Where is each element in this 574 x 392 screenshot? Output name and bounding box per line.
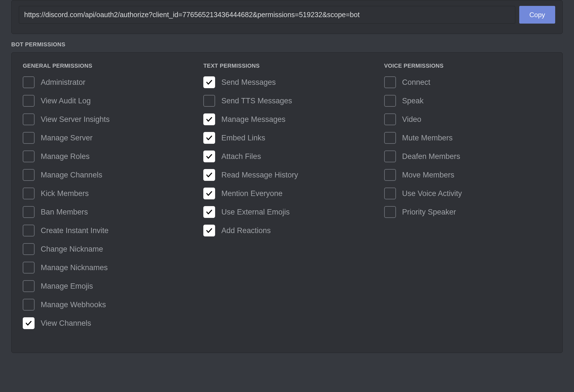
permission-mute-members[interactable]: Mute Members [384, 132, 551, 144]
checkbox-checked-icon[interactable] [203, 188, 215, 199]
checkbox-unchecked-icon[interactable] [23, 243, 35, 255]
checkbox-unchecked-icon[interactable] [23, 206, 35, 218]
permission-label: Move Members [402, 171, 454, 179]
permission-manage-messages[interactable]: Manage Messages [203, 113, 370, 125]
checkbox-unchecked-icon[interactable] [384, 132, 396, 144]
checkbox-unchecked-icon[interactable] [23, 95, 35, 107]
permission-label: Manage Server [41, 134, 93, 142]
permission-attach-files[interactable]: Attach Files [203, 151, 370, 162]
permission-change-nickname[interactable]: Change Nickname [23, 243, 190, 255]
permission-label: Change Nickname [41, 245, 103, 253]
checkbox-unchecked-icon[interactable] [23, 225, 35, 236]
checkbox-unchecked-icon[interactable] [384, 151, 396, 162]
permission-administrator[interactable]: Administrator [23, 76, 190, 88]
permission-label: Deafen Members [402, 153, 460, 160]
checkbox-checked-icon[interactable] [203, 113, 215, 125]
bot-permissions-heading: BOT PERMISSIONS [11, 41, 563, 48]
permission-label: Mute Members [402, 134, 453, 142]
checkbox-checked-icon[interactable] [203, 132, 215, 144]
checkbox-checked-icon[interactable] [203, 206, 215, 218]
checkbox-unchecked-icon[interactable] [384, 95, 396, 107]
permission-manage-server[interactable]: Manage Server [23, 132, 190, 144]
permission-label: Manage Emojis [41, 282, 93, 290]
permission-label: View Audit Log [41, 97, 91, 105]
permission-manage-channels[interactable]: Manage Channels [23, 169, 190, 181]
checkbox-unchecked-icon[interactable] [203, 95, 215, 107]
permission-use-external-emojis[interactable]: Use External Emojis [203, 206, 370, 218]
copy-button[interactable]: Copy [519, 6, 555, 24]
checkbox-unchecked-icon[interactable] [23, 280, 35, 292]
checkbox-unchecked-icon[interactable] [384, 113, 396, 125]
permissions-column-text-permissions: TEXT PERMISSIONSSend MessagesSend TTS Me… [203, 63, 370, 336]
permission-move-members[interactable]: Move Members [384, 169, 551, 181]
permission-read-message-history[interactable]: Read Message History [203, 169, 370, 181]
checkbox-unchecked-icon[interactable] [23, 299, 35, 311]
permission-view-server-insights[interactable]: View Server Insights [23, 113, 190, 125]
permission-label: Priority Speaker [402, 208, 456, 216]
permission-speak[interactable]: Speak [384, 95, 551, 107]
checkbox-unchecked-icon[interactable] [23, 113, 35, 125]
permission-label: Use External Emojis [221, 208, 290, 216]
permission-label: Attach Files [221, 153, 261, 160]
permission-ban-members[interactable]: Ban Members [23, 206, 190, 218]
checkbox-checked-icon[interactable] [23, 317, 35, 329]
permission-embed-links[interactable]: Embed Links [203, 132, 370, 144]
column-heading: TEXT PERMISSIONS [203, 63, 370, 69]
checkbox-unchecked-icon[interactable] [384, 206, 396, 218]
permission-label: View Server Insights [41, 116, 110, 123]
permissions-column-general-permissions: GENERAL PERMISSIONSAdministratorView Aud… [23, 63, 190, 336]
column-heading: GENERAL PERMISSIONS [23, 63, 190, 69]
permission-label: Manage Channels [41, 171, 102, 179]
permission-label: Manage Messages [221, 116, 285, 123]
permissions-column-voice-permissions: VOICE PERMISSIONSConnectSpeakVideoMute M… [384, 63, 551, 336]
checkbox-unchecked-icon[interactable] [23, 132, 35, 144]
checkbox-checked-icon[interactable] [203, 225, 215, 236]
permission-kick-members[interactable]: Kick Members [23, 188, 190, 199]
permission-label: Create Instant Invite [41, 227, 109, 234]
permission-label: Kick Members [41, 190, 89, 197]
permission-label: Read Message History [221, 171, 298, 179]
checkbox-unchecked-icon[interactable] [23, 188, 35, 199]
checkbox-unchecked-icon[interactable] [384, 188, 396, 199]
permission-manage-nicknames[interactable]: Manage Nicknames [23, 262, 190, 274]
permission-label: Mention Everyone [221, 190, 283, 197]
permission-video[interactable]: Video [384, 113, 551, 125]
permission-label: Manage Roles [41, 153, 90, 160]
permission-send-tts-messages[interactable]: Send TTS Messages [203, 95, 370, 107]
permission-manage-emojis[interactable]: Manage Emojis [23, 280, 190, 292]
column-heading: VOICE PERMISSIONS [384, 63, 551, 69]
permission-connect[interactable]: Connect [384, 76, 551, 88]
oauth-url-panel: Copy [11, 0, 563, 34]
permission-priority-speaker[interactable]: Priority Speaker [384, 206, 551, 218]
permission-label: Ban Members [41, 208, 88, 216]
checkbox-checked-icon[interactable] [203, 151, 215, 162]
permission-use-voice-activity[interactable]: Use Voice Activity [384, 188, 551, 199]
permission-manage-roles[interactable]: Manage Roles [23, 151, 190, 162]
checkbox-unchecked-icon[interactable] [23, 169, 35, 181]
checkbox-unchecked-icon[interactable] [384, 76, 396, 88]
permission-send-messages[interactable]: Send Messages [203, 76, 370, 88]
checkbox-unchecked-icon[interactable] [23, 151, 35, 162]
permission-view-audit-log[interactable]: View Audit Log [23, 95, 190, 107]
permissions-panel: GENERAL PERMISSIONSAdministratorView Aud… [11, 52, 563, 353]
permission-label: View Channels [41, 320, 91, 327]
permission-label: Send TTS Messages [221, 97, 292, 105]
checkbox-unchecked-icon[interactable] [384, 169, 396, 181]
permission-label: Speak [402, 97, 424, 105]
checkbox-checked-icon[interactable] [203, 76, 215, 88]
permission-create-instant-invite[interactable]: Create Instant Invite [23, 225, 190, 236]
oauth-url-input[interactable] [19, 6, 515, 24]
permission-mention-everyone[interactable]: Mention Everyone [203, 188, 370, 199]
checkbox-checked-icon[interactable] [203, 169, 215, 181]
permission-label: Manage Webhooks [41, 301, 106, 309]
permission-add-reactions[interactable]: Add Reactions [203, 225, 370, 236]
permission-manage-webhooks[interactable]: Manage Webhooks [23, 299, 190, 311]
permission-label: Administrator [41, 79, 85, 86]
permission-deafen-members[interactable]: Deafen Members [384, 151, 551, 162]
checkbox-unchecked-icon[interactable] [23, 76, 35, 88]
permission-label: Video [402, 116, 422, 123]
permission-view-channels[interactable]: View Channels [23, 317, 190, 329]
permission-label: Manage Nicknames [41, 264, 108, 272]
checkbox-unchecked-icon[interactable] [23, 262, 35, 274]
permission-label: Add Reactions [221, 227, 271, 234]
